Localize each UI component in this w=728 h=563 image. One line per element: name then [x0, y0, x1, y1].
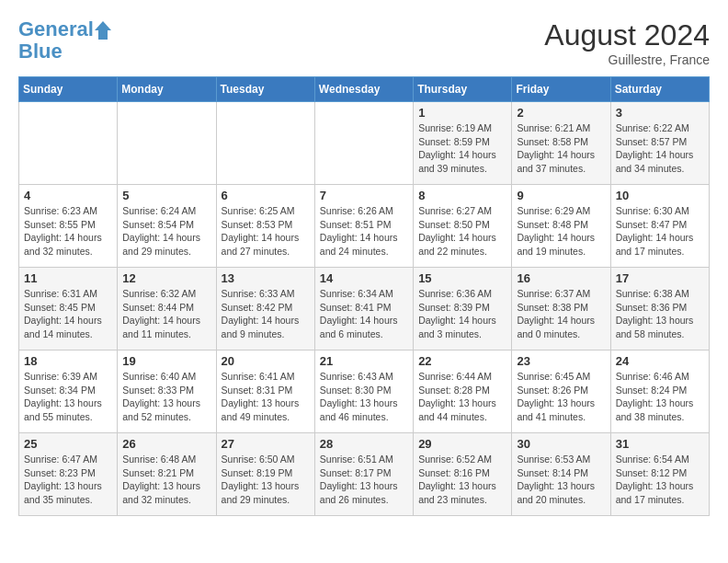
day-info: Sunrise: 6:25 AM Sunset: 8:53 PM Dayligh… [222, 204, 310, 259]
day-info: Sunrise: 6:44 AM Sunset: 8:28 PM Dayligh… [418, 370, 506, 424]
calendar-week-row: 25Sunrise: 6:47 AM Sunset: 8:23 PM Dayli… [19, 433, 710, 516]
calendar-cell: 28Sunrise: 6:51 AM Sunset: 8:17 PM Dayli… [314, 433, 413, 516]
day-of-week-header: Monday [118, 77, 216, 102]
day-info: Sunrise: 6:37 AM Sunset: 8:38 PM Dayligh… [517, 287, 605, 341]
day-info: Sunrise: 6:23 AM Sunset: 8:55 PM Dayligh… [24, 204, 112, 259]
day-number: 23 [517, 354, 605, 368]
day-number: 9 [517, 189, 605, 202]
day-info: Sunrise: 6:45 AM Sunset: 8:26 PM Dayligh… [517, 370, 605, 424]
calendar-cell: 7Sunrise: 6:26 AM Sunset: 8:51 PM Daylig… [314, 185, 413, 268]
svg-marker-0 [95, 21, 111, 40]
calendar-cell: 19Sunrise: 6:40 AM Sunset: 8:33 PM Dayli… [118, 350, 216, 433]
day-number: 24 [616, 354, 704, 368]
day-number: 11 [24, 271, 112, 285]
calendar-cell: 30Sunrise: 6:53 AM Sunset: 8:14 PM Dayli… [512, 433, 610, 516]
day-number: 29 [418, 437, 506, 451]
day-info: Sunrise: 6:46 AM Sunset: 8:24 PM Dayligh… [616, 370, 704, 424]
day-number: 15 [418, 271, 506, 285]
calendar-week-row: 11Sunrise: 6:31 AM Sunset: 8:45 PM Dayli… [19, 268, 710, 350]
day-number: 16 [517, 271, 605, 285]
day-number: 20 [222, 354, 310, 368]
day-number: 13 [222, 271, 310, 285]
day-info: Sunrise: 6:38 AM Sunset: 8:36 PM Dayligh… [616, 287, 704, 341]
day-of-week-header: Sunday [19, 77, 118, 102]
calendar-cell: 13Sunrise: 6:33 AM Sunset: 8:42 PM Dayli… [216, 268, 314, 350]
calendar-cell: 5Sunrise: 6:24 AM Sunset: 8:54 PM Daylig… [118, 185, 216, 268]
day-number: 8 [418, 189, 506, 202]
calendar-cell: 15Sunrise: 6:36 AM Sunset: 8:39 PM Dayli… [414, 268, 512, 350]
calendar-cell: 29Sunrise: 6:52 AM Sunset: 8:16 PM Dayli… [414, 433, 512, 516]
day-number: 6 [222, 189, 310, 202]
calendar-week-row: 1Sunrise: 6:19 AM Sunset: 8:59 PM Daylig… [19, 102, 710, 185]
day-info: Sunrise: 6:51 AM Sunset: 8:17 PM Dayligh… [320, 453, 408, 507]
day-info: Sunrise: 6:29 AM Sunset: 8:48 PM Dayligh… [517, 204, 605, 259]
calendar-cell: 31Sunrise: 6:54 AM Sunset: 8:12 PM Dayli… [610, 433, 709, 516]
calendar-cell: 27Sunrise: 6:50 AM Sunset: 8:19 PM Dayli… [216, 433, 314, 516]
day-number: 22 [418, 354, 506, 368]
day-info: Sunrise: 6:32 AM Sunset: 8:44 PM Dayligh… [122, 287, 210, 341]
calendar-table: SundayMondayTuesdayWednesdayThursdayFrid… [18, 76, 710, 516]
day-info: Sunrise: 6:52 AM Sunset: 8:16 PM Dayligh… [418, 453, 506, 507]
calendar-cell: 12Sunrise: 6:32 AM Sunset: 8:44 PM Dayli… [118, 268, 216, 350]
day-info: Sunrise: 6:50 AM Sunset: 8:19 PM Dayligh… [222, 453, 310, 507]
day-of-week-header: Friday [512, 77, 610, 102]
day-info: Sunrise: 6:41 AM Sunset: 8:31 PM Dayligh… [222, 370, 310, 424]
day-info: Sunrise: 6:21 AM Sunset: 8:58 PM Dayligh… [517, 121, 605, 176]
day-info: Sunrise: 6:26 AM Sunset: 8:51 PM Dayligh… [320, 204, 408, 259]
day-info: Sunrise: 6:24 AM Sunset: 8:54 PM Dayligh… [122, 204, 210, 259]
day-info: Sunrise: 6:48 AM Sunset: 8:21 PM Dayligh… [122, 453, 210, 507]
calendar-cell: 25Sunrise: 6:47 AM Sunset: 8:23 PM Dayli… [19, 433, 118, 516]
calendar-cell [314, 102, 413, 185]
day-number: 14 [320, 271, 408, 285]
day-info: Sunrise: 6:34 AM Sunset: 8:41 PM Dayligh… [320, 287, 408, 341]
day-number: 26 [122, 437, 210, 451]
day-number: 1 [418, 106, 506, 120]
day-info: Sunrise: 6:40 AM Sunset: 8:33 PM Dayligh… [122, 370, 210, 424]
page-header: GeneralBlue August 2024 Guillestre, Fran… [18, 18, 710, 67]
month-year-title: August 2024 [544, 18, 710, 52]
day-info: Sunrise: 6:19 AM Sunset: 8:59 PM Dayligh… [418, 121, 506, 176]
day-of-week-header: Tuesday [216, 77, 314, 102]
calendar-cell: 11Sunrise: 6:31 AM Sunset: 8:45 PM Dayli… [19, 268, 118, 350]
day-number: 18 [24, 354, 112, 368]
day-number: 31 [616, 437, 704, 451]
calendar-cell: 18Sunrise: 6:39 AM Sunset: 8:34 PM Dayli… [19, 350, 118, 433]
calendar-cell: 9Sunrise: 6:29 AM Sunset: 8:48 PM Daylig… [512, 185, 610, 268]
calendar-cell: 17Sunrise: 6:38 AM Sunset: 8:36 PM Dayli… [610, 268, 709, 350]
day-number: 4 [24, 189, 112, 202]
day-number: 30 [517, 437, 605, 451]
day-number: 19 [122, 354, 210, 368]
day-info: Sunrise: 6:27 AM Sunset: 8:50 PM Dayligh… [418, 204, 506, 259]
location-subtitle: Guillestre, France [544, 52, 710, 67]
calendar-cell [118, 102, 216, 185]
calendar-cell [19, 102, 118, 185]
day-info: Sunrise: 6:43 AM Sunset: 8:30 PM Dayligh… [320, 370, 408, 424]
day-info: Sunrise: 6:31 AM Sunset: 8:45 PM Dayligh… [24, 287, 112, 341]
day-number: 17 [616, 271, 704, 285]
calendar-cell: 4Sunrise: 6:23 AM Sunset: 8:55 PM Daylig… [19, 185, 118, 268]
calendar-week-row: 18Sunrise: 6:39 AM Sunset: 8:34 PM Dayli… [19, 350, 710, 433]
calendar-cell: 1Sunrise: 6:19 AM Sunset: 8:59 PM Daylig… [414, 102, 512, 185]
calendar-cell: 3Sunrise: 6:22 AM Sunset: 8:57 PM Daylig… [610, 102, 709, 185]
calendar-header-row: SundayMondayTuesdayWednesdayThursdayFrid… [19, 77, 710, 102]
calendar-cell: 20Sunrise: 6:41 AM Sunset: 8:31 PM Dayli… [216, 350, 314, 433]
calendar-cell: 16Sunrise: 6:37 AM Sunset: 8:38 PM Dayli… [512, 268, 610, 350]
day-info: Sunrise: 6:54 AM Sunset: 8:12 PM Dayligh… [616, 453, 704, 507]
calendar-cell: 14Sunrise: 6:34 AM Sunset: 8:41 PM Dayli… [314, 268, 413, 350]
day-of-week-header: Wednesday [314, 77, 413, 102]
day-number: 12 [122, 271, 210, 285]
calendar-cell: 22Sunrise: 6:44 AM Sunset: 8:28 PM Dayli… [414, 350, 512, 433]
calendar-cell: 10Sunrise: 6:30 AM Sunset: 8:47 PM Dayli… [610, 185, 709, 268]
day-info: Sunrise: 6:53 AM Sunset: 8:14 PM Dayligh… [517, 453, 605, 507]
day-info: Sunrise: 6:22 AM Sunset: 8:57 PM Dayligh… [616, 121, 704, 176]
calendar-cell [216, 102, 314, 185]
day-number: 2 [517, 106, 605, 120]
day-info: Sunrise: 6:33 AM Sunset: 8:42 PM Dayligh… [222, 287, 310, 341]
day-number: 3 [616, 106, 704, 120]
day-of-week-header: Thursday [414, 77, 512, 102]
day-number: 7 [320, 189, 408, 202]
calendar-cell: 21Sunrise: 6:43 AM Sunset: 8:30 PM Dayli… [314, 350, 413, 433]
day-info: Sunrise: 6:30 AM Sunset: 8:47 PM Dayligh… [616, 204, 704, 259]
calendar-cell: 8Sunrise: 6:27 AM Sunset: 8:50 PM Daylig… [414, 185, 512, 268]
calendar-cell: 23Sunrise: 6:45 AM Sunset: 8:26 PM Dayli… [512, 350, 610, 433]
